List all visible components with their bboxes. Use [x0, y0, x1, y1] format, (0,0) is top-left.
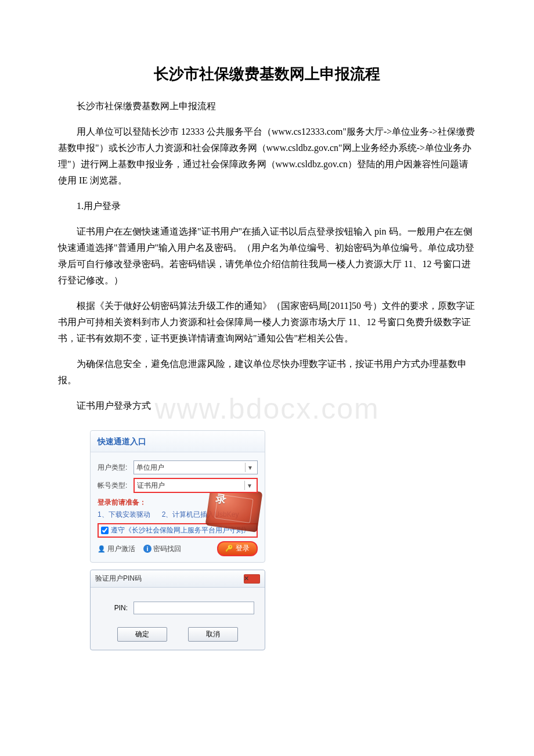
cancel-button[interactable]: 取消: [188, 627, 238, 642]
pin-dialog-title: 验证用户PIN码: [95, 574, 244, 584]
user-activate-link[interactable]: 👤 用户激活: [98, 544, 135, 554]
section-heading-login: 1.用户登录: [58, 198, 476, 214]
account-type-value: 证书用户: [137, 481, 244, 491]
password-recover-link[interactable]: i 密码找回: [143, 544, 181, 554]
stamp-text: 录: [215, 492, 227, 507]
key-icon: 🔑: [225, 545, 233, 552]
paragraph-cert-login-method: 证书用户登录方式: [58, 398, 476, 414]
pin-label: PIN:: [101, 604, 128, 612]
password-recover-label: 密码找回: [153, 544, 181, 554]
pin-dialog: 验证用户PIN码 ✕ PIN: 确定 取消: [90, 570, 265, 650]
login-button[interactable]: 🔑 登录: [217, 541, 258, 556]
page-title: 长沙市社保缴费基数网上申报流程: [58, 64, 476, 84]
user-type-value: 单位用户: [136, 463, 245, 473]
prep-item-driver[interactable]: 1、下载安装驱动: [98, 510, 150, 520]
rules-checkbox[interactable]: [101, 527, 109, 534]
user-type-select[interactable]: 单位用户 ▼: [134, 460, 258, 474]
paragraph-subtitle: 长沙市社保缴费基数网上申报流程: [58, 98, 476, 114]
ok-button[interactable]: 确定: [117, 627, 167, 642]
close-icon: ✕: [244, 575, 260, 582]
account-type-select[interactable]: 证书用户 ▼: [134, 478, 258, 493]
login-button-label: 登录: [236, 543, 250, 553]
login-panel-header: 快速通道入口: [91, 431, 265, 452]
chevron-down-icon: ▼: [245, 463, 255, 472]
close-button[interactable]: ✕: [244, 574, 260, 584]
paragraph-login-instructions: 证书用户在左侧快速通道选择"证书用户"在插入证书以后点登录按钮输入 pin 码。…: [58, 224, 476, 289]
chevron-down-icon: ▼: [244, 481, 254, 490]
paragraph-intro: 用人单位可以登陆长沙市 12333 公共服务平台（www.cs12333.com…: [58, 124, 476, 189]
user-type-label: 用户类型:: [98, 463, 134, 473]
login-panel: 快速通道入口 录 用户类型: 单位用户 ▼ 帐号类型: 证书用户 ▼ 登录前请准…: [90, 430, 265, 563]
info-icon: i: [143, 545, 151, 553]
person-icon: 👤: [98, 545, 106, 553]
paragraph-cert-upgrade: 根据《关于做好公钥密码算法升级工作的通知》（国家密码局[2011]50 号）文件…: [58, 298, 476, 347]
account-type-label: 帐号类型:: [98, 481, 134, 491]
pin-input[interactable]: [134, 602, 254, 614]
user-activate-label: 用户激活: [107, 544, 135, 554]
paragraph-security-advice: 为确保信息安全，避免信息泄露风险，建议单位尽快办理数字证书，按证书用户方式办理基…: [58, 356, 476, 388]
